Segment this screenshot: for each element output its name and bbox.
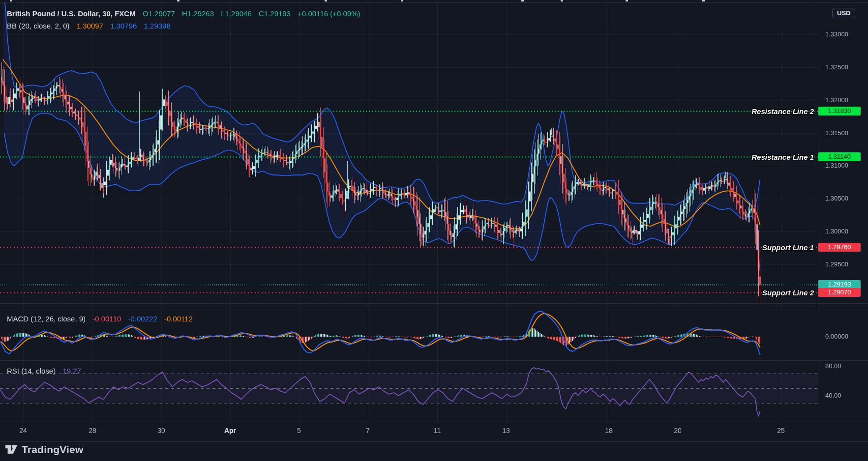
time-tick-label: 5 (297, 427, 301, 434)
rsi-tick-label: 40.00 (825, 392, 841, 399)
price-tick-label: 1.31000 (825, 162, 848, 169)
time-tick-label: Apr (224, 427, 236, 434)
tradingview-logo[interactable]: TradingView (5, 444, 84, 456)
main-legend-row: British Pound / U.S. Dollar, 30, FXCM O1… (7, 9, 360, 18)
price-tick-label: 1.30000 (825, 228, 848, 235)
time-tick-label: 20 (674, 427, 682, 434)
price-tick-label: 1.29500 (825, 260, 848, 268)
low-value: 1.29046 (225, 9, 252, 18)
macd-zero-label: 0.00000 (825, 333, 848, 340)
clipped-toolbar-strip (10, 0, 12, 1)
bb-indicator-label[interactable]: BB (20, close, 2, 0) (7, 22, 70, 30)
tradingview-brand-text: TradingView (22, 444, 84, 456)
low-label: L (221, 9, 225, 18)
time-tick-label: 25 (777, 427, 785, 434)
tradingview-logo-icon (5, 444, 18, 456)
price-label-last-price: 1.29193 (818, 280, 861, 289)
symbol-title[interactable]: British Pound / U.S. Dollar, 30, FXCM (7, 9, 136, 18)
level-label: Support Line 2 (762, 288, 814, 297)
rsi-legend-row: RSI (14, close) 19.27 (7, 367, 81, 375)
bb-lower-value: 1.29398 (144, 22, 171, 30)
time-tick-label: 30 (157, 427, 165, 434)
price-tick-label: 1.30500 (825, 195, 848, 202)
rsi-indicator-label[interactable]: RSI (14, close) (7, 367, 56, 375)
price-label-support: 1.29760 (818, 243, 861, 252)
bb-upper-value: 1.30796 (110, 22, 137, 30)
bb-legend-row: BB (20, close, 2, 0) 1.30097 1.30796 1.2… (7, 22, 171, 30)
level-label: Resistance Line 2 (751, 107, 814, 115)
currency-toggle-button[interactable]: USD (832, 8, 855, 18)
change-value: +0.00116 (+0.09%) (298, 9, 360, 18)
close-value: 1.29193 (264, 9, 291, 18)
macd-legend-row: MACD (12, 26, close, 9) -0.00110 -0.0022… (7, 315, 193, 323)
macd-hist-value: -0.00110 (92, 315, 121, 323)
high-value: 1.29263 (187, 9, 214, 18)
rsi-tick-label: 80.00 (825, 362, 841, 370)
time-tick-label: 11 (434, 427, 441, 434)
macd-line-value: -0.00222 (128, 315, 157, 323)
bb-basis-value: 1.30097 (77, 22, 103, 30)
open-value: 1.29077 (149, 9, 175, 18)
price-chart-canvas[interactable] (0, 0, 868, 461)
price-label-resistance: 1.31830 (818, 107, 861, 115)
time-tick-label: 7 (366, 427, 370, 434)
rsi-value: 19.27 (62, 367, 81, 375)
time-tick-label: 13 (502, 427, 510, 434)
price-tick-label: 1.32000 (825, 96, 848, 104)
price-tick-label: 1.33000 (825, 30, 848, 38)
trading-chart-window: British Pound / U.S. Dollar, 30, FXCM O1… (0, 0, 868, 461)
macd-indicator-label[interactable]: MACD (12, 26, close, 9) (7, 315, 86, 323)
macd-signal-value: -0.00112 (164, 315, 193, 323)
high-label: H (182, 9, 187, 18)
time-tick-label: 18 (605, 427, 613, 434)
time-tick-label: 24 (19, 427, 27, 434)
price-label-resistance: 1.31140 (818, 152, 861, 161)
price-tick-label: 1.31500 (825, 129, 848, 137)
open-label: O (143, 9, 149, 18)
close-label: C (259, 9, 264, 18)
level-label: Support Line 1 (762, 243, 814, 252)
level-label: Resistance Line 1 (751, 152, 814, 161)
price-tick-label: 1.32500 (825, 63, 848, 71)
price-label-support: 1.29070 (818, 288, 861, 297)
time-tick-label: 28 (89, 427, 96, 434)
